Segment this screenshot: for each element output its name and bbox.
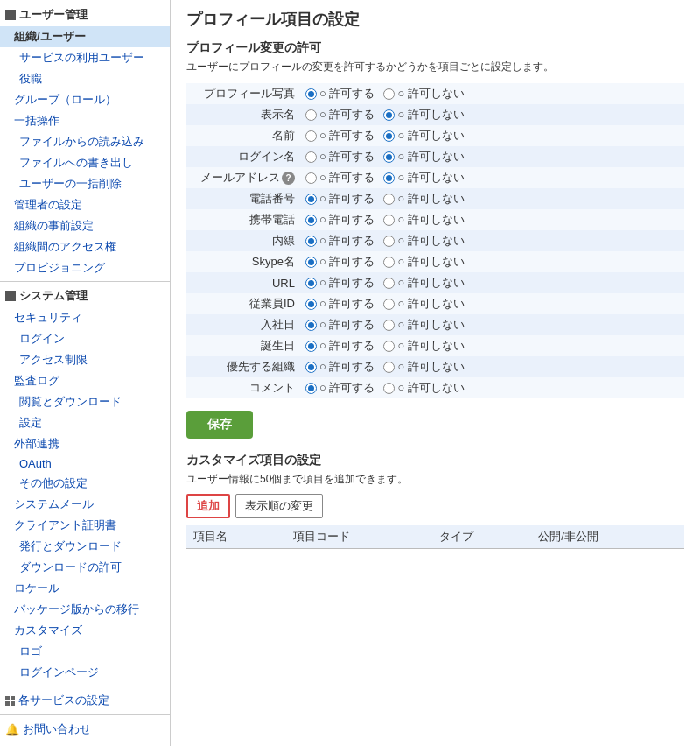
allow-label-10[interactable]: ○ 許可する — [305, 296, 374, 312]
save-button[interactable]: 保存 — [186, 411, 253, 439]
deny-label-8[interactable]: ○ 許可しない — [383, 254, 464, 270]
allow-radio-9[interactable] — [305, 278, 317, 289]
allow-radio-13[interactable] — [305, 362, 317, 373]
sidebar-item-download-permit[interactable]: ダウンロードの許可 — [0, 557, 170, 578]
sidebar-item-org-access[interactable]: 組織間のアクセス権 — [0, 236, 170, 257]
deny-label-14[interactable]: ○ 許可しない — [383, 380, 464, 396]
sidebar-item-service-users[interactable]: サービスの利用ユーザー — [0, 47, 170, 68]
allow-radio-0[interactable] — [305, 88, 317, 100]
allow-radio-2[interactable] — [305, 130, 317, 142]
allow-radio-3[interactable] — [305, 151, 317, 163]
deny-radio-10[interactable] — [383, 299, 395, 310]
help-icon-4[interactable]: ? — [282, 172, 295, 185]
field-radio-1: ○ 許可する○ 許可しない — [300, 104, 684, 125]
allow-label-2[interactable]: ○ 許可する — [305, 128, 374, 144]
deny-label-0[interactable]: ○ 許可しない — [383, 86, 464, 102]
sidebar-item-client-cert[interactable]: クライアント証明書 — [0, 515, 170, 536]
deny-radio-6[interactable] — [383, 215, 395, 226]
sidebar-item-security[interactable]: セキュリティ — [0, 307, 170, 328]
deny-radio-5[interactable] — [383, 194, 395, 205]
deny-radio-1[interactable] — [383, 109, 395, 121]
deny-label-9[interactable]: ○ 許可しない — [383, 275, 464, 291]
deny-radio-13[interactable] — [383, 362, 395, 373]
deny-radio-3[interactable] — [383, 151, 395, 163]
deny-label-10[interactable]: ○ 許可しない — [383, 296, 464, 312]
sidebar-item-login[interactable]: ログイン — [0, 328, 170, 349]
sidebar-item-oauth[interactable]: OAuth — [0, 454, 170, 473]
allow-radio-10[interactable] — [305, 299, 317, 310]
allow-text-2: ○ 許可する — [319, 128, 374, 144]
deny-radio-12[interactable] — [383, 341, 395, 352]
sidebar-item-system-mail[interactable]: システムメール — [0, 494, 170, 515]
sidebar-item-pkg-migrate[interactable]: パッケージ版からの移行 — [0, 599, 170, 620]
deny-label-13[interactable]: ○ 許可しない — [383, 359, 464, 375]
deny-label-11[interactable]: ○ 許可しない — [383, 317, 464, 333]
allow-label-11[interactable]: ○ 許可する — [305, 317, 374, 333]
deny-radio-4[interactable] — [383, 172, 395, 184]
sidebar-item-external[interactable]: 外部連携 — [0, 433, 170, 454]
allow-radio-8[interactable] — [305, 257, 317, 268]
deny-text-5: ○ 許可しない — [397, 191, 464, 207]
allow-label-12[interactable]: ○ 許可する — [305, 338, 374, 354]
sidebar-item-browse-download[interactable]: 閲覧とダウンロード — [0, 391, 170, 412]
allow-label-3[interactable]: ○ 許可する — [305, 149, 374, 165]
allow-radio-14[interactable] — [305, 383, 317, 394]
sidebar-item-issue-download[interactable]: 発行とダウンロード — [0, 536, 170, 557]
sidebar-item-import[interactable]: ファイルからの読み込み — [0, 131, 170, 152]
allow-radio-7[interactable] — [305, 236, 317, 247]
allow-label-14[interactable]: ○ 許可する — [305, 380, 374, 396]
allow-radio-4[interactable] — [305, 172, 317, 184]
allow-radio-12[interactable] — [305, 341, 317, 352]
sidebar-item-bulk-ops[interactable]: 一括操作 — [0, 110, 170, 131]
deny-radio-8[interactable] — [383, 257, 395, 268]
sidebar-item-provisioning[interactable]: プロビジョニング — [0, 257, 170, 278]
deny-label-6[interactable]: ○ 許可しない — [383, 212, 464, 228]
sidebar-item-org-user[interactable]: 組織/ユーザー — [0, 26, 170, 47]
sidebar-item-settings[interactable]: 設定 — [0, 412, 170, 433]
deny-radio-11[interactable] — [383, 320, 395, 331]
allow-radio-5[interactable] — [305, 194, 317, 205]
sidebar-item-roles[interactable]: 役職 — [0, 68, 170, 89]
allow-label-5[interactable]: ○ 許可する — [305, 191, 374, 207]
allow-radio-6[interactable] — [305, 215, 317, 226]
order-button[interactable]: 表示順の変更 — [235, 494, 323, 518]
sidebar-services[interactable]: 各サービスの設定 — [0, 689, 170, 712]
allow-label-0[interactable]: ○ 許可する — [305, 86, 374, 102]
sidebar-item-customize[interactable]: カスタマイズ — [0, 620, 170, 641]
deny-label-5[interactable]: ○ 許可しない — [383, 191, 464, 207]
deny-radio-2[interactable] — [383, 130, 395, 142]
allow-label-8[interactable]: ○ 許可する — [305, 254, 374, 270]
allow-label-7[interactable]: ○ 許可する — [305, 233, 374, 249]
deny-label-7[interactable]: ○ 許可しない — [383, 233, 464, 249]
allow-label-4[interactable]: ○ 許可する — [305, 170, 374, 186]
sidebar-item-admin-settings[interactable]: 管理者の設定 — [0, 194, 170, 215]
deny-label-4[interactable]: ○ 許可しない — [383, 170, 464, 186]
sidebar-item-logo[interactable]: ロゴ — [0, 641, 170, 662]
allow-label-1[interactable]: ○ 許可する — [305, 107, 374, 123]
deny-label-1[interactable]: ○ 許可しない — [383, 107, 464, 123]
sidebar-item-export[interactable]: ファイルへの書き出し — [0, 152, 170, 173]
sidebar-item-login-page[interactable]: ログインページ — [0, 662, 170, 683]
sidebar-item-groups[interactable]: グループ（ロール） — [0, 89, 170, 110]
deny-radio-14[interactable] — [383, 383, 395, 394]
deny-label-3[interactable]: ○ 許可しない — [383, 149, 464, 165]
deny-label-12[interactable]: ○ 許可しない — [383, 338, 464, 354]
sidebar-item-locale[interactable]: ロケール — [0, 578, 170, 599]
allow-label-9[interactable]: ○ 許可する — [305, 275, 374, 291]
deny-label-2[interactable]: ○ 許可しない — [383, 128, 464, 144]
allow-radio-11[interactable] — [305, 320, 317, 331]
deny-radio-9[interactable] — [383, 278, 395, 289]
add-button[interactable]: 追加 — [186, 494, 230, 518]
deny-radio-7[interactable] — [383, 236, 395, 247]
sidebar-item-other-settings[interactable]: その他の設定 — [0, 473, 170, 494]
sidebar-item-org-advance[interactable]: 組織の事前設定 — [0, 215, 170, 236]
allow-label-6[interactable]: ○ 許可する — [305, 212, 374, 228]
deny-radio-0[interactable] — [383, 88, 395, 100]
allow-radio-1[interactable] — [305, 109, 317, 121]
sidebar-contact[interactable]: 🔔 お問い合わせ — [0, 718, 170, 741]
sidebar-item-access-limit[interactable]: アクセス制限 — [0, 349, 170, 370]
sidebar-item-bulk-delete[interactable]: ユーザーの一括削除 — [0, 173, 170, 194]
contact-icon: 🔔 — [5, 723, 19, 736]
sidebar-item-audit-log[interactable]: 監査ログ — [0, 370, 170, 391]
allow-label-13[interactable]: ○ 許可する — [305, 359, 374, 375]
